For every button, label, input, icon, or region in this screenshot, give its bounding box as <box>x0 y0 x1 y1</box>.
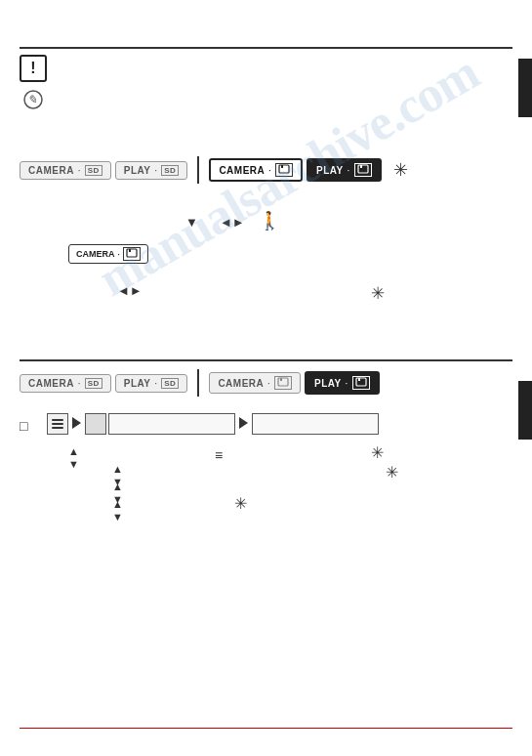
camera-mem-dot: · <box>268 166 271 175</box>
btn2-play-sd[interactable]: PLAY · SD <box>115 374 188 393</box>
svg-rect-2 <box>279 165 289 173</box>
gear-s2-1: ✳ <box>371 443 384 462</box>
play-sd-dot: · <box>155 166 158 175</box>
mode-row-section2: CAMERA · SD PLAY · SD CAMERA · PLAY · <box>20 369 512 397</box>
section-separator <box>20 359 512 361</box>
svg-rect-7 <box>129 249 131 252</box>
section1-divider <box>197 156 199 184</box>
menu-lines-mid: ≡ <box>215 447 223 463</box>
s2-play-sd-label: PLAY <box>124 378 151 389</box>
section1-diagram: ▼ ◄► 🚶 CAMERA · ◄► ✳ <box>20 205 512 361</box>
camera-label-dot: · <box>118 250 120 259</box>
svg-rect-4 <box>358 165 368 173</box>
bottom-separator-line <box>20 728 512 730</box>
joystick-gear-icon: ✳ <box>393 159 408 181</box>
svg-text:✎: ✎ <box>27 93 37 106</box>
right-tab-top <box>518 59 532 117</box>
camera-label-diagram: CAMERA · <box>68 244 148 264</box>
camera-label-media <box>123 247 141 261</box>
play-mem-media <box>354 163 372 177</box>
arrows-ud-mid: ▲▼ <box>68 445 79 471</box>
svg-rect-8 <box>278 378 288 386</box>
figure-icon: 🚶 <box>259 210 280 231</box>
s2-camera-sd-label: CAMERA <box>28 378 74 389</box>
warning-icon: ! <box>20 55 47 82</box>
s2-play-mem-label: PLAY <box>314 378 342 389</box>
note-icon: ✎ <box>20 86 47 113</box>
btn-camera-sd[interactable]: CAMERA · SD <box>20 161 111 180</box>
arrows-lr-1: ◄► <box>220 215 245 230</box>
gear-bottom-1: ✳ <box>371 283 385 304</box>
btn-play-mem[interactable]: PLAY · <box>307 158 382 182</box>
menu-lines-icon <box>52 419 63 429</box>
arrows-ud-left3: ▲▼ <box>112 498 123 524</box>
svg-rect-10 <box>356 378 366 386</box>
thumb-box-1 <box>85 413 106 435</box>
svg-rect-5 <box>360 165 362 168</box>
btn2-camera-mem[interactable]: CAMERA · <box>209 372 301 394</box>
btn2-play-mem[interactable]: PLAY · <box>305 371 380 395</box>
play-sd-label: PLAY <box>124 165 151 176</box>
svg-rect-6 <box>127 249 137 257</box>
thumbnail-strip <box>47 413 379 435</box>
play-sd-media: SD <box>161 165 179 176</box>
play-mem-label: PLAY <box>316 165 344 176</box>
btn2-camera-sd[interactable]: CAMERA · SD <box>20 374 111 393</box>
play-mem-dot: · <box>348 166 350 175</box>
svg-rect-11 <box>358 378 360 381</box>
camera-sd-media: SD <box>85 165 102 176</box>
menu-icon-box <box>47 413 68 435</box>
camera-label-text: CAMERA <box>76 249 115 259</box>
gear-s2-3: ✳ <box>234 494 247 513</box>
camera-mem-media <box>275 163 293 177</box>
tri-right-1 <box>72 417 81 431</box>
arrows-lr-2: ◄► <box>117 283 143 298</box>
page: ! ✎ CAMERA · SD PLAY · SD CAMERA · <box>0 0 532 756</box>
content-box-2 <box>252 413 379 435</box>
svg-rect-3 <box>281 165 283 168</box>
btn-play-sd[interactable]: PLAY · SD <box>115 161 188 180</box>
top-separator-line <box>20 47 512 49</box>
book-icon: □ <box>20 418 27 434</box>
svg-rect-9 <box>280 378 282 381</box>
camera-sd-dot: · <box>78 166 81 175</box>
arrow-down-1: ▼ <box>185 215 198 230</box>
tri-right-2 <box>239 417 248 431</box>
section2-divider <box>197 369 199 397</box>
right-tab-bottom <box>518 381 532 440</box>
camera-mem-label: CAMERA <box>219 165 265 176</box>
gear-s2-2: ✳ <box>386 463 398 482</box>
camera-sd-label: CAMERA <box>28 165 74 176</box>
mode-row-section1: CAMERA · SD PLAY · SD CAMERA · PLAY · <box>20 156 512 184</box>
btn-camera-mem[interactable]: CAMERA · <box>209 158 303 182</box>
s2-camera-mem-label: CAMERA <box>218 378 264 389</box>
content-box <box>108 413 235 435</box>
